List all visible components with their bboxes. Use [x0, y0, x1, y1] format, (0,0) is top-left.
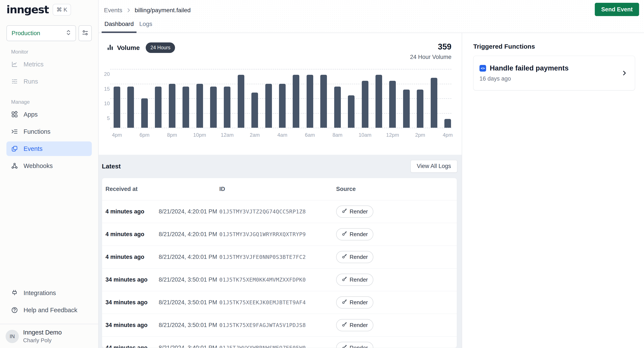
volume-chart-plot: 20151054pm6pm8pm10pm12am2am4am6am8am10am… — [114, 69, 451, 128]
x-axis-tick-label: 8am — [332, 132, 342, 138]
timestamp: 8/21/2024, 4:20:01 PM — [159, 208, 217, 215]
logo-row: inngest ⌘ K — [6, 4, 98, 16]
sidebar-item-integrations[interactable]: Integrations — [6, 286, 92, 300]
chart-bar[interactable] — [224, 87, 230, 128]
tab-logs[interactable]: Logs — [136, 21, 155, 33]
table-row[interactable]: 4 minutes ago8/21/2024, 4:20:01 PM01J5TM… — [102, 200, 457, 223]
chart-bar[interactable] — [127, 87, 134, 128]
environment-settings-button[interactable] — [78, 25, 92, 41]
sidebar-item-label: Metrics — [24, 61, 44, 68]
chart-bar[interactable] — [403, 90, 410, 128]
volume-total-value: 359 — [410, 42, 452, 51]
range-badge-24-hours[interactable]: 24 Hours — [146, 42, 175, 53]
render-source-button[interactable]: Render — [336, 342, 373, 348]
chart-bar[interactable] — [417, 90, 424, 128]
chart-bar[interactable] — [238, 75, 244, 128]
tab-dashboard[interactable]: Dashboard — [102, 21, 136, 33]
volume-header: Volume 24 Hours 359 24 Hour Volume — [107, 42, 452, 60]
timestamp: 8/21/2024, 4:20:01 PM — [159, 231, 217, 238]
chart-bar[interactable] — [279, 84, 286, 128]
table-row[interactable]: 34 minutes ago8/21/2024, 3:50:01 PM01J5T… — [102, 268, 457, 291]
tabs-bar: DashboardLogs — [99, 21, 644, 33]
environment-select[interactable]: Production — [6, 25, 76, 41]
inngest-logo: inngest — [6, 4, 49, 16]
render-source-button[interactable]: Render — [336, 228, 373, 240]
sidebar-item-webhooks[interactable]: Webhooks — [6, 158, 92, 173]
chart-bar[interactable] — [155, 87, 162, 128]
command-k-shortcut[interactable]: ⌘ K — [53, 4, 71, 16]
chart-bar[interactable] — [444, 119, 451, 128]
table-row[interactable]: 44 minutes ago8/21/2024, 3:40:01 PM01J5T… — [102, 336, 457, 348]
table-row[interactable]: 34 minutes ago8/21/2024, 3:50:01 PM01J5T… — [102, 314, 457, 336]
chart-bar[interactable] — [320, 75, 327, 128]
chart-bar[interactable] — [431, 78, 437, 128]
chart-bar[interactable] — [334, 87, 341, 128]
chart-bar[interactable] — [210, 87, 217, 128]
table-row[interactable]: 4 minutes ago8/21/2024, 4:20:01 PM01J5TM… — [102, 246, 457, 268]
sidebar-item-metrics[interactable]: Metrics — [6, 57, 92, 72]
chart-bar[interactable] — [293, 75, 299, 128]
render-source-button[interactable]: Render — [336, 296, 373, 309]
chart-bar[interactable] — [389, 81, 396, 128]
view-all-logs-button[interactable]: View All Logs — [410, 160, 458, 173]
y-axis-tick-label: 5 — [97, 115, 110, 121]
sidebar-nav: MonitorMetricsRunsManageAppsFunctionsEve… — [0, 49, 98, 176]
relative-time: 34 minutes ago — [106, 276, 148, 283]
chart-bar[interactable] — [182, 87, 189, 128]
chart-bar[interactable] — [196, 84, 203, 128]
send-event-button[interactable]: Send Event — [595, 3, 639, 16]
received-at-cell: 4 minutes ago8/21/2024, 4:20:01 PM — [106, 208, 219, 215]
function-card-handle-failed-payments[interactable]: <> Handle failed payments 16 days ago — [473, 56, 635, 90]
timestamp: 8/21/2024, 3:40:01 PM — [159, 344, 217, 348]
relative-time: 4 minutes ago — [106, 231, 144, 238]
column-header-received-at: Received at — [106, 186, 219, 193]
chart-bar[interactable] — [362, 81, 368, 128]
table-row[interactable]: 4 minutes ago8/21/2024, 4:20:01 PM01J5TM… — [102, 223, 457, 246]
x-axis-tick-label: 6am — [305, 132, 315, 138]
sidebar-item-apps[interactable]: Apps — [6, 107, 92, 122]
x-axis-tick-label: 2am — [250, 132, 260, 138]
relative-time: 4 minutes ago — [106, 254, 144, 260]
render-source-button[interactable]: Render — [336, 274, 373, 286]
table-body: 4 minutes ago8/21/2024, 4:20:01 PM01J5TM… — [102, 200, 457, 348]
chart-bar[interactable] — [141, 98, 148, 128]
y-axis-tick-label: 15 — [97, 86, 110, 92]
runs-icon — [11, 78, 18, 85]
chart-bar[interactable] — [169, 84, 176, 128]
source-cell: Render — [336, 296, 457, 309]
volume-title: Volume — [117, 44, 140, 51]
chart-bar[interactable] — [376, 75, 382, 128]
render-source-button[interactable]: Render — [336, 206, 373, 218]
integrations-icon — [11, 289, 18, 296]
column-header-source: Source — [336, 186, 457, 193]
chart-bar[interactable] — [348, 95, 354, 128]
key-icon — [342, 231, 347, 238]
sidebar-footer-nav: IntegrationsHelp and Feedback — [0, 286, 98, 320]
chart-bar[interactable] — [114, 87, 120, 128]
sidebar-item-label: Integrations — [24, 289, 56, 297]
key-icon — [342, 344, 347, 348]
received-at-cell: 34 minutes ago8/21/2024, 3:50:01 PM — [106, 276, 219, 283]
function-name: Handle failed payments — [490, 64, 569, 72]
chevron-right-icon — [126, 8, 131, 13]
render-source-button[interactable]: Render — [336, 319, 373, 331]
sidebar-item-runs[interactable]: Runs — [6, 74, 92, 89]
page-header: Events billing/payment.failed Send Event — [99, 0, 644, 21]
chart-bar[interactable] — [306, 75, 313, 128]
sidebar-item-help-and-feedback[interactable]: Help and Feedback — [6, 303, 92, 317]
functions-icon — [11, 128, 18, 135]
table-row[interactable]: 34 minutes ago8/21/2024, 3:50:01 PM01J5T… — [102, 291, 457, 314]
apps-icon — [11, 111, 18, 118]
sidebar-item-events[interactable]: Events — [6, 141, 92, 156]
chart-bar[interactable] — [265, 84, 272, 128]
sidebar-item-functions[interactable]: Functions — [6, 124, 92, 139]
breadcrumb-events[interactable]: Events — [104, 7, 122, 14]
render-source-button[interactable]: Render — [336, 251, 373, 263]
user-account-button[interactable]: IN Inngest Demo Charly Poly — [0, 324, 98, 348]
tab-label: Dashboard — [104, 21, 134, 28]
x-axis-tick-label: 12am — [221, 132, 234, 138]
relative-time: 34 minutes ago — [106, 322, 148, 328]
chevrons-up-down-icon — [65, 29, 72, 37]
event-id: 01J5TMY3VJGQ1WRYRRXQXTRYP9 — [219, 231, 336, 237]
chart-bar[interactable] — [252, 93, 258, 128]
